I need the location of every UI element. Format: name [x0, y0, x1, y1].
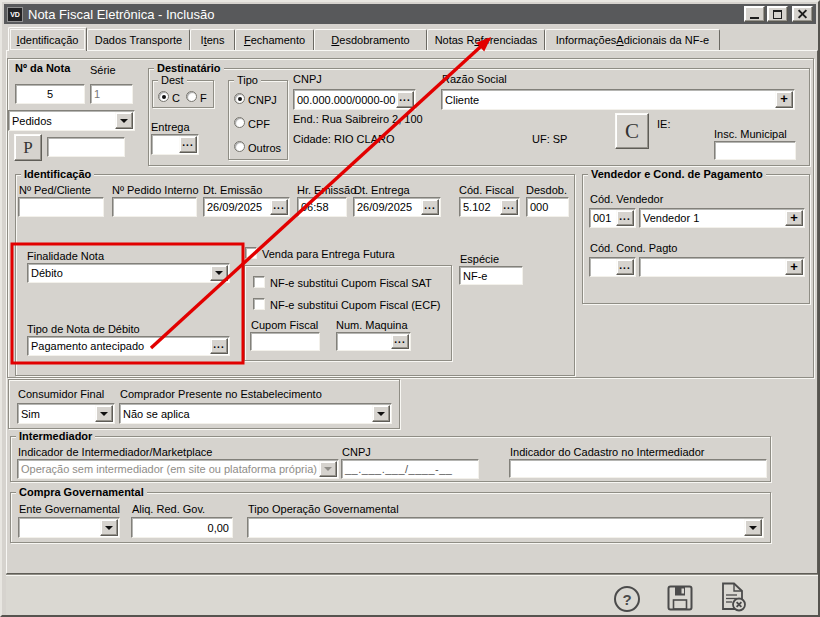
- tipo-nota-debito-lookup-button[interactable]: ...: [210, 338, 228, 354]
- dest-c-radio[interactable]: [158, 91, 169, 102]
- tipo-operacao-gov-label: Tipo Operação Governamental: [248, 503, 399, 515]
- tipo-nota-debito-field[interactable]: Pagamento antecipado ...: [27, 336, 230, 356]
- uf-text: UF: SP: [532, 133, 567, 145]
- desdob-label: Desdob.: [526, 184, 567, 196]
- comprador-presente-dropdown-button[interactable]: [372, 405, 390, 422]
- minimize-button[interactable]: [744, 6, 765, 22]
- pedidos-dropdown-button[interactable]: [115, 112, 133, 129]
- nota-field[interactable]: 5: [15, 84, 85, 104]
- help-button[interactable]: ?: [611, 583, 643, 615]
- ecf-checkbox[interactable]: [253, 298, 265, 310]
- consumidor-final-dropdown-button[interactable]: [95, 405, 113, 422]
- aliq-red-gov-field[interactable]: 0,00: [131, 517, 233, 538]
- tipo-cpf-radio[interactable]: [234, 117, 245, 128]
- tab-label: Informações: [556, 34, 617, 46]
- cod-vendedor-lookup-button[interactable]: ...: [616, 210, 634, 226]
- serie-field[interactable]: 1: [90, 84, 133, 104]
- tab-label: F: [244, 34, 251, 46]
- dt-emissao-field[interactable]: 26/09/2025 ...: [203, 197, 290, 217]
- num-maquina-lookup-button[interactable]: ...: [391, 334, 409, 349]
- consumidor-final-combo[interactable]: Sim: [17, 403, 115, 424]
- pedidos-combo[interactable]: Pedidos: [8, 110, 135, 131]
- tipo-cnpj-radio[interactable]: [234, 93, 245, 104]
- ente-governamental-label: Ente Governamental: [19, 503, 120, 515]
- cod-fiscal-lookup-button[interactable]: ...: [500, 199, 518, 215]
- dt-emissao-calendar-button[interactable]: ...: [270, 199, 288, 215]
- cadastro-intermediador-field[interactable]: [509, 459, 767, 478]
- chevron-down-icon: [120, 119, 128, 127]
- cond-pagto-lookup-button[interactable]: ...: [616, 259, 634, 275]
- pedido-interno-field[interactable]: [112, 197, 197, 217]
- dt-entrega-calendar-button[interactable]: ...: [421, 199, 439, 215]
- tipo-outros-radio[interactable]: [234, 141, 245, 152]
- vendedor-add-button[interactable]: +: [785, 210, 803, 226]
- cond-pagto-combo[interactable]: +: [639, 257, 805, 277]
- especie-field[interactable]: NF-e: [459, 266, 523, 285]
- save-button[interactable]: [664, 582, 696, 614]
- p-input[interactable]: [47, 137, 125, 157]
- cancel-document-button[interactable]: [717, 581, 749, 613]
- tab-fechamento[interactable]: Fechamento: [235, 29, 314, 50]
- vendedor-combo[interactable]: Vendedor 1 +: [639, 208, 805, 228]
- maximize-button[interactable]: [767, 6, 788, 22]
- tipo-nota-debito-value: Pagamento antecipado: [31, 340, 144, 352]
- cnpj-field[interactable]: 00.000.000/0000-00 ...: [293, 89, 416, 110]
- ellipsis-icon: ...: [394, 334, 405, 345]
- entrega-field[interactable]: ...: [151, 134, 199, 155]
- ellipsis-icon: ...: [273, 200, 284, 211]
- sat-checkbox[interactable]: [253, 276, 265, 288]
- tipo-operacao-gov-combo[interactable]: [247, 517, 764, 538]
- nota-value: 5: [47, 88, 53, 100]
- desdob-field[interactable]: 000: [526, 197, 569, 217]
- dest-f-radio[interactable]: [186, 91, 197, 102]
- tipo-outros-label: Outros: [248, 142, 281, 154]
- hr-emissao-field[interactable]: 06:58: [297, 197, 347, 217]
- cond-pagto-code-field[interactable]: ...: [589, 257, 636, 277]
- ente-governamental-combo[interactable]: [18, 517, 120, 538]
- entrega-label: Entrega: [151, 121, 190, 133]
- close-button[interactable]: [792, 6, 813, 22]
- dt-emissao-value: 26/09/2025: [207, 201, 262, 213]
- p-button[interactable]: P: [14, 134, 42, 161]
- num-maquina-field[interactable]: ...: [336, 332, 411, 351]
- tab-desdobramento[interactable]: Desdobramento: [314, 29, 427, 50]
- dt-entrega-field[interactable]: 26/09/2025 ...: [353, 197, 441, 217]
- ped-cliente-label: Nº Ped/Cliente: [19, 184, 91, 196]
- tipo-operacao-gov-dropdown-button[interactable]: [744, 519, 762, 536]
- tab-label: ens: [207, 34, 225, 46]
- comprador-presente-combo[interactable]: Não se aplica: [119, 403, 392, 424]
- tab-notas-referenciadas[interactable]: Notas Referenciadas: [427, 29, 545, 50]
- sat-label: NF-e substitui Cupom Fiscal SAT: [270, 277, 432, 289]
- tab-informacoes-adicionais[interactable]: Informações Adicionais da NF-e: [545, 29, 720, 50]
- intermediador-cnpj-field[interactable]: __.___.___/____-__: [341, 459, 479, 479]
- razao-social-add-button[interactable]: +: [775, 91, 793, 108]
- tab-label: Notas R: [435, 34, 475, 46]
- aliq-red-gov-value: 0,00: [208, 522, 229, 534]
- cod-fiscal-field[interactable]: 5.102 ...: [459, 197, 520, 217]
- venda-entrega-futura-checkbox[interactable]: [245, 247, 257, 259]
- c-button[interactable]: C: [615, 113, 649, 149]
- cupom-fiscal-field[interactable]: [250, 332, 320, 351]
- finalidade-combo[interactable]: Débito: [27, 263, 230, 283]
- nota-label: Nº da Nota: [15, 62, 70, 74]
- ped-cliente-field[interactable]: [18, 197, 104, 217]
- tab-dados-transporte[interactable]: Dados Transporte: [87, 29, 190, 50]
- tab-itens[interactable]: Itens: [190, 29, 235, 50]
- entrega-lookup-button[interactable]: ...: [179, 136, 197, 153]
- tab-identificacao[interactable]: Identificação: [8, 27, 87, 51]
- insc-municipal-field[interactable]: [714, 141, 796, 160]
- cnpj-lookup-button[interactable]: ...: [396, 91, 414, 108]
- cod-vendedor-value: 001: [593, 212, 611, 224]
- indicador-intermediador-combo[interactable]: Operação sem intermediador (em site ou p…: [17, 459, 339, 479]
- cod-vendedor-field[interactable]: 001 ...: [589, 208, 636, 228]
- finalidade-dropdown-button[interactable]: [210, 265, 228, 281]
- cond-pagto-add-button[interactable]: +: [785, 259, 803, 275]
- razao-social-combo[interactable]: Cliente +: [441, 89, 795, 110]
- indicador-intermediador-dropdown-button: [319, 461, 337, 477]
- ente-governamental-dropdown-button[interactable]: [100, 519, 118, 536]
- cod-fiscal-label: Cód. Fiscal: [459, 184, 514, 196]
- consumidor-final-value: Sim: [21, 408, 40, 420]
- identificacao-group-title: Identificação: [21, 168, 94, 181]
- serie-label: Série: [90, 64, 116, 76]
- ellipsis-icon: ...: [619, 260, 630, 271]
